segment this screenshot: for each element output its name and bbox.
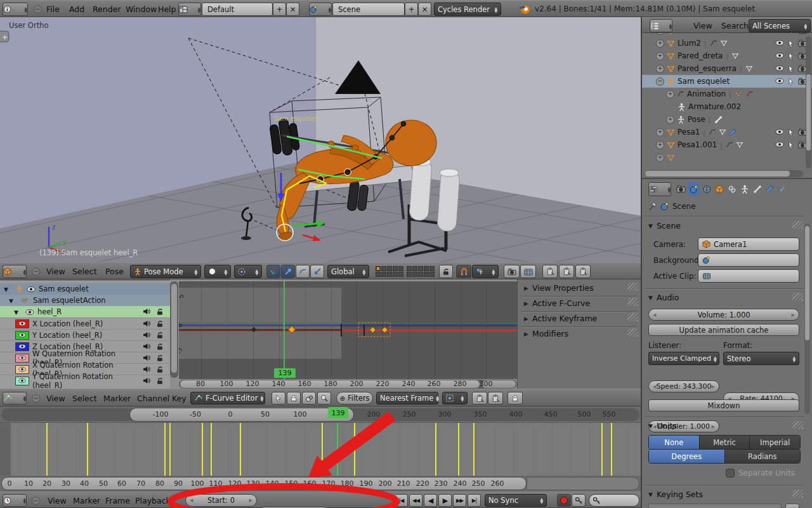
tl-menu-marker[interactable]: Marker [71, 496, 102, 505]
channel-row-yrot[interactable]: Y Quaternion Rotation (heel_R) [0, 375, 170, 386]
panel-modifiers[interactable]: Modifiers [524, 329, 568, 338]
keyframe-marker[interactable] [211, 423, 212, 476]
vp-menu-view[interactable]: View [44, 267, 67, 276]
outliner-item-armature-002[interactable]: Armature.002 [642, 100, 812, 113]
keyframe-marker[interactable] [601, 423, 603, 476]
eye-icon[interactable] [775, 141, 784, 148]
keyframe-marker[interactable] [458, 423, 459, 476]
screen-layout-add-button[interactable]: + [273, 3, 286, 16]
manipulator-toggle-group[interactable] [266, 265, 324, 278]
viewport-3d[interactable]: z y x Sam esquelet User Ortho (139) Sam … [0, 17, 641, 262]
outliner-item-sam-esquelet[interactable]: Sam esquelet [642, 75, 812, 88]
mode-dropdown[interactable]: Pose Mode [130, 265, 201, 278]
eye-icon[interactable] [18, 344, 26, 349]
tab-object-data[interactable] [738, 182, 750, 196]
vp-menu-pose[interactable]: Pose [103, 267, 126, 276]
unit-metric-button[interactable]: Metric [700, 436, 750, 449]
panel-scene-header[interactable]: Scene [648, 221, 681, 231]
eye-icon[interactable] [25, 309, 34, 316]
timeline-band[interactable] [0, 423, 641, 476]
outliner-item-partial[interactable] [642, 151, 812, 164]
outliner-item-pesa1[interactable]: Pesa1| [642, 126, 812, 138]
eye-icon[interactable] [18, 366, 26, 372]
screen-layout-name-field[interactable]: Default [202, 3, 273, 16]
lock-open-icon[interactable] [156, 331, 164, 339]
ge-menu-key[interactable]: Key [170, 394, 188, 403]
separate-units-checkbox[interactable] [726, 469, 735, 478]
speaker-icon[interactable] [143, 377, 151, 384]
radians-button[interactable]: Radians [725, 450, 801, 463]
unit-none-button[interactable]: None [649, 436, 700, 449]
collapse-menus-icon[interactable] [32, 267, 40, 276]
cursor-icon[interactable] [787, 65, 795, 73]
eye-icon[interactable] [775, 65, 784, 72]
pivot-dropdown[interactable] [442, 392, 468, 404]
channel-row-yloc[interactable]: Y Location (heel_R) [0, 329, 170, 340]
expand-icon[interactable] [656, 141, 664, 149]
cursor-icon[interactable] [787, 52, 795, 60]
lock-open-icon[interactable] [156, 320, 164, 328]
eye-icon[interactable] [775, 77, 784, 84]
channel-row-group[interactable]: heel_R [0, 306, 170, 318]
ghost-curves-button[interactable] [287, 392, 301, 404]
tab-bone-constraints[interactable] [764, 182, 776, 196]
lock-to-scene-button[interactable] [439, 265, 453, 278]
create-ghost-button[interactable] [508, 392, 523, 404]
graph-v-scrollbar[interactable] [170, 281, 178, 378]
pose-copy-paste-group[interactable] [542, 265, 591, 278]
keyframe-marker[interactable] [240, 423, 241, 476]
lock-open-icon[interactable] [156, 343, 164, 351]
cursor-icon[interactable] [787, 141, 795, 149]
pin-icon[interactable] [648, 202, 657, 211]
menu-window[interactable]: Window [124, 4, 159, 14]
outliner-item-pose[interactable]: Pose| [642, 113, 812, 126]
expand-icon[interactable] [656, 154, 664, 162]
collapse-menus-icon[interactable] [34, 5, 42, 13]
auto-keyframe-record-button[interactable] [557, 494, 571, 507]
panel-active-keyframe[interactable]: Active Keyframe [524, 314, 597, 323]
ge-menu-marker[interactable]: Marker [102, 394, 133, 403]
volume-slider[interactable]: Volume: 1.000 [648, 309, 799, 321]
tl-menu-playback[interactable]: Playback [133, 496, 173, 505]
speaker-icon[interactable] [143, 343, 151, 350]
keyframe-marker[interactable] [473, 423, 475, 476]
keying-set-field[interactable] [589, 494, 639, 507]
outliner-scope-dropdown[interactable]: All Scenes [749, 19, 811, 32]
cursor-icon[interactable] [787, 128, 795, 137]
menu-help[interactable]: Help [156, 4, 178, 14]
scene-delete-button[interactable]: ✕ [418, 3, 431, 16]
auto-zoom-button[interactable] [317, 392, 331, 404]
cursor-select-button[interactable] [272, 392, 285, 404]
tab-bone[interactable] [751, 182, 763, 196]
panel-active-fcurve[interactable]: Active F-Curve [524, 298, 590, 308]
tl-menu-view[interactable]: View [46, 496, 69, 505]
keyframe-marker[interactable] [611, 423, 612, 476]
keyframe-marker[interactable] [202, 423, 203, 476]
outliner-item-pared-dreta[interactable]: Pared_dreta| [642, 50, 812, 62]
update-animation-cache-button[interactable]: Update animation cache [648, 324, 799, 336]
lock-open-icon[interactable] [156, 308, 164, 316]
timeline-range-scrollbar[interactable]: -100 -50 0 50 100 150 200 250 300 350 40… [0, 406, 641, 423]
screen-layout-delete-button[interactable]: ✕ [286, 3, 299, 16]
tl-menu-frame[interactable]: Frame [103, 496, 132, 505]
active-clip-field[interactable] [698, 269, 799, 283]
play-button[interactable]: ▶ [438, 494, 452, 507]
menu-add[interactable]: Add [67, 4, 86, 14]
collapse-icon[interactable] [656, 77, 664, 86]
channel-row-action[interactable]: Sam esqueletAction [0, 295, 170, 306]
scene-browse-button[interactable] [309, 3, 332, 16]
ge-menu-select[interactable]: Select [70, 394, 99, 403]
render-opengl-button[interactable] [504, 265, 520, 278]
current-frame-line[interactable] [337, 423, 338, 476]
timeline-ruler[interactable]: 0 10 20 30 40 50 60 70 80 90 100 110 120… [0, 476, 641, 491]
audio-channels-dropdown[interactable]: Stereo [723, 352, 799, 365]
graph-h-scrollbar[interactable]: 80 100 120 140 160 180 200 220 240 260 2… [179, 380, 517, 389]
tab-scene[interactable] [688, 182, 700, 196]
jump-to-start-button[interactable]: |◀ [395, 494, 408, 507]
expand-icon[interactable] [666, 116, 674, 124]
pivot-point-dropdown[interactable] [234, 265, 262, 278]
keyframe-marker[interactable] [435, 423, 436, 476]
collapse-menus-icon[interactable] [32, 394, 40, 403]
expand-icon[interactable] [666, 90, 674, 98]
outliner-item-animation[interactable]: Animation| [642, 88, 812, 100]
